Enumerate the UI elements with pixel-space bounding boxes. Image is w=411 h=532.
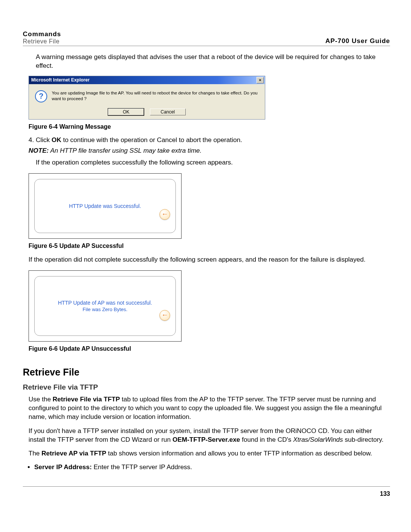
cancel-button[interactable]: Cancel — [150, 109, 186, 115]
header-left: Commands Retrieve File — [23, 30, 61, 45]
fail-message-1: HTTP Update of AP was not successful. — [58, 300, 152, 306]
p2-ital: Xtras/SolarWinds — [293, 436, 343, 443]
ok-button[interactable]: OK — [108, 109, 144, 115]
p3-bold: Retrieve AP via TFTP — [41, 450, 106, 457]
fail-box: HTTP Update of AP was not successful. Fi… — [29, 270, 182, 342]
tftp-para-3: The Retrieve AP via TFTP tab shows versi… — [29, 449, 390, 458]
figure-6-6-caption: Figure 6-6 Update AP Unsuccessful — [29, 345, 390, 352]
dialog-message: You are updating Image file to the AP. Y… — [52, 89, 261, 102]
fail-intro: If the operation did not complete succes… — [29, 256, 390, 264]
intro-paragraph: A warning message gets displayed that ad… — [36, 53, 382, 70]
tftp-para-2: If you don't have a TFTP server installe… — [29, 427, 390, 444]
dialog-title: Microsoft Internet Explorer — [31, 77, 89, 83]
p2-post: sub-directory. — [343, 436, 383, 443]
note-text: An HTTP file transfer using SSL may take… — [49, 147, 202, 154]
bullet1-bold: Server IP Address: — [34, 463, 92, 471]
figure-6-4-caption: Figure 6-4 Warning Message — [29, 123, 390, 130]
step-4-post: to continue with the operation or Cancel… — [61, 136, 242, 144]
success-intro: If the operation completes successfully … — [36, 158, 382, 167]
p2-mid: found in the CD's — [240, 436, 293, 443]
p2-bold: OEM-TFTP-Server.exe — [172, 436, 240, 443]
header-subsection: Retrieve File — [23, 38, 61, 45]
dialog-titlebar: Microsoft Internet Explorer × — [29, 76, 265, 84]
question-icon: ? — [35, 90, 47, 102]
note-label: NOTE: — [29, 147, 49, 154]
close-icon[interactable]: × — [256, 77, 264, 83]
warning-dialog: Microsoft Internet Explorer × ? You are … — [29, 76, 265, 120]
page-header: Commands Retrieve File AP-700 User Guide — [23, 30, 390, 46]
header-guide-title: AP-700 User Guide — [325, 37, 390, 45]
dialog-body: ? You are updating Image file to the AP.… — [29, 84, 265, 119]
bullet1-post: Enter the TFTP server IP Address. — [92, 463, 192, 471]
bullet-server-ip: Server IP Address: Enter the TFTP server… — [34, 463, 390, 471]
fail-message-2: File was Zero Bytes. — [83, 307, 127, 312]
bullet-list: Server IP Address: Enter the TFTP server… — [34, 463, 390, 471]
step-4: 4. Click OK to continue with the operati… — [29, 136, 390, 144]
p3-pre: The — [29, 450, 41, 457]
tftp-para-1: Use the Retrieve File via TFTP tab to up… — [29, 395, 390, 422]
step-4-pre: 4. Click — [29, 136, 51, 144]
page-number: 133 — [23, 486, 390, 497]
figure-6-5-caption: Figure 6-5 Update AP Successful — [29, 243, 390, 249]
section-heading: Retrieve File — [23, 367, 390, 378]
success-box: HTTP Update was Successful. ← — [29, 173, 182, 239]
back-arrow-icon[interactable]: ← — [159, 310, 170, 321]
back-arrow-icon[interactable]: ← — [159, 209, 170, 220]
p1-pre: Use the — [29, 396, 53, 403]
note-line: NOTE: An HTTP file transfer using SSL ma… — [29, 147, 390, 155]
header-section: Commands — [23, 30, 61, 38]
p3-post: tab shows version information and allows… — [106, 450, 372, 457]
p1-bold: Retrieve File via TFTP — [53, 396, 120, 403]
step-4-bold: OK — [51, 136, 61, 144]
success-message: HTTP Update was Successful. — [69, 203, 141, 209]
subsection-heading: Retrieve File via TFTP — [23, 383, 390, 391]
